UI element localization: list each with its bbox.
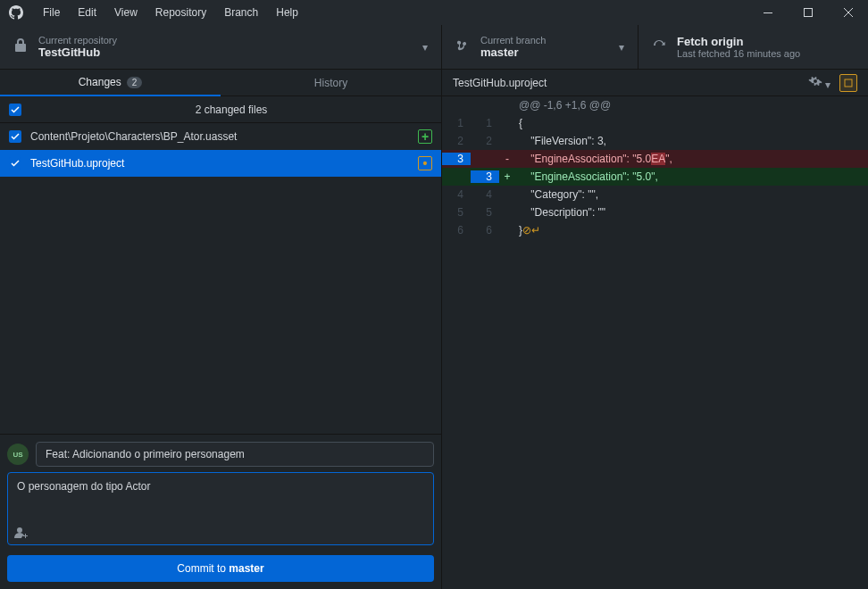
diff-line: 22 "FileVersion": 3, bbox=[442, 132, 868, 150]
file-row[interactable]: Content\Projeto\Characters\BP_Ator.uasse… bbox=[0, 123, 441, 150]
chevron-down-icon: ▾ bbox=[619, 41, 624, 54]
file-checkbox[interactable] bbox=[9, 157, 21, 170]
branch-name: master bbox=[480, 46, 612, 59]
repo-label: Current repository bbox=[38, 35, 415, 46]
diff-content[interactable]: @@ -1,6 +1,6 @@11 {22 "FileVersion": 3,3… bbox=[442, 96, 868, 589]
commit-description-input[interactable] bbox=[7, 472, 434, 545]
toolbar: Current repository TestGitHub ▾ Current … bbox=[0, 25, 868, 70]
file-path: TestGitHub.uproject bbox=[30, 157, 418, 170]
svg-rect-1 bbox=[804, 9, 812, 17]
menu-repository[interactable]: Repository bbox=[146, 6, 215, 19]
file-list: Content\Projeto\Characters\BP_Ator.uasse… bbox=[0, 123, 441, 434]
chevron-down-icon: ▾ bbox=[422, 41, 428, 54]
menu-edit[interactable]: Edit bbox=[69, 6, 105, 19]
expand-diff-button[interactable] bbox=[839, 74, 857, 92]
diff-hunk-header: @@ -1,6 +1,6 @@ bbox=[442, 96, 868, 114]
diff-line: 66 }⊘↵ bbox=[442, 221, 868, 239]
changes-count-badge: 2 bbox=[127, 77, 143, 88]
titlebar: FileEditViewRepositoryBranchHelp bbox=[0, 0, 868, 25]
window-controls bbox=[747, 0, 868, 25]
file-path: Content\Projeto\Characters\BP_Ator.uasse… bbox=[30, 130, 418, 143]
select-all-checkbox[interactable] bbox=[9, 104, 21, 116]
tab-history[interactable]: History bbox=[221, 70, 441, 96]
sync-icon bbox=[652, 38, 666, 55]
lock-icon bbox=[13, 38, 28, 55]
file-row[interactable]: TestGitHub.uproject• bbox=[0, 150, 441, 177]
commit-form: US Commit to master bbox=[0, 434, 441, 589]
branch-selector[interactable]: Current branch master ▾ bbox=[442, 25, 638, 69]
fetch-label: Fetch origin bbox=[677, 35, 855, 48]
maximize-button[interactable] bbox=[788, 0, 828, 25]
file-checkbox[interactable] bbox=[9, 130, 21, 143]
changed-files-count: 2 changed files bbox=[30, 104, 432, 116]
file-status-added-icon: + bbox=[418, 129, 432, 144]
file-list-header: 2 changed files bbox=[0, 96, 441, 123]
diff-line: 11 { bbox=[442, 114, 868, 132]
add-coauthor-icon[interactable] bbox=[14, 526, 29, 543]
svg-rect-0 bbox=[764, 12, 772, 13]
commit-summary-input[interactable] bbox=[36, 442, 434, 467]
diff-pane: TestGitHub.uproject ▾ @@ -1,6 +1,6 @@11 … bbox=[442, 70, 868, 589]
menu-branch[interactable]: Branch bbox=[215, 6, 267, 19]
avatar[interactable]: US bbox=[7, 444, 29, 465]
git-branch-icon bbox=[455, 38, 470, 55]
diff-line: 44 "Category": "", bbox=[442, 186, 868, 203]
gear-icon[interactable]: ▾ bbox=[808, 74, 830, 91]
minimize-button[interactable] bbox=[747, 0, 788, 25]
github-logo-icon bbox=[9, 5, 23, 20]
repo-name: TestGitHub bbox=[38, 46, 415, 59]
file-status-modified-icon: • bbox=[418, 156, 432, 170]
branch-label: Current branch bbox=[480, 35, 612, 46]
diff-file-name: TestGitHub.uproject bbox=[453, 77, 808, 89]
diff-line: 3- "EngineAssociation": "5.0EA", bbox=[442, 150, 868, 168]
menu-view[interactable]: View bbox=[105, 6, 146, 19]
repo-selector[interactable]: Current repository TestGitHub ▾ bbox=[0, 25, 442, 69]
fetch-status: Last fetched 16 minutes ago bbox=[677, 48, 855, 59]
diff-line: 3+ "EngineAssociation": "5.0", bbox=[442, 168, 868, 186]
menu-file[interactable]: File bbox=[34, 6, 69, 19]
diff-line: 55 "Description": "" bbox=[442, 203, 868, 221]
left-pane: Changes 2 History 2 changed files Conten… bbox=[0, 70, 442, 589]
commit-button[interactable]: Commit to master bbox=[7, 555, 434, 582]
svg-rect-2 bbox=[845, 79, 852, 87]
menu-help[interactable]: Help bbox=[267, 6, 307, 19]
fetch-button[interactable]: Fetch origin Last fetched 16 minutes ago bbox=[638, 25, 868, 69]
close-button[interactable] bbox=[828, 0, 868, 25]
tab-changes[interactable]: Changes 2 bbox=[0, 70, 221, 96]
